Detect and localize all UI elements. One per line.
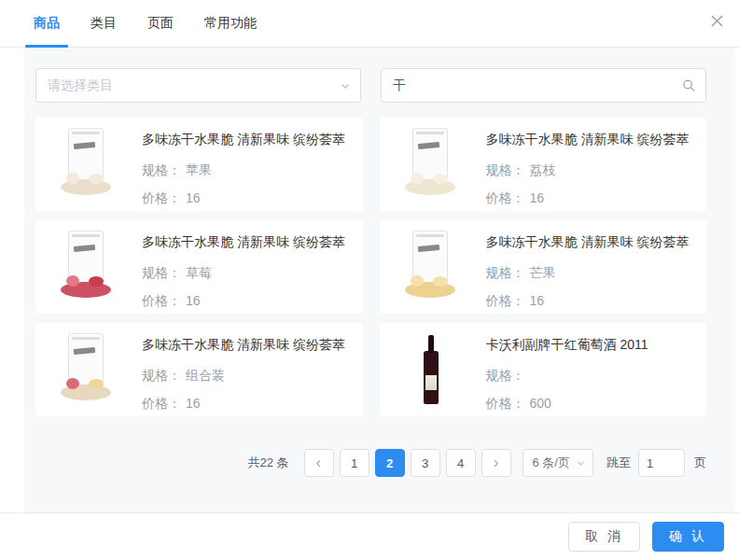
spec-value: 苹果 — [186, 162, 212, 177]
product-price: 价格：16 — [486, 190, 698, 207]
price-label: 价格： — [142, 396, 181, 411]
page-unit-label: 页 — [694, 455, 706, 471]
fruit-pile-graphic — [61, 385, 111, 400]
spec-label: 规格： — [486, 265, 525, 280]
pagination-total: 共22 条 — [247, 455, 288, 471]
category-select-placeholder: 请选择类目 — [48, 77, 113, 94]
chevron-down-icon — [576, 458, 586, 469]
tab-pages[interactable]: 页面 — [139, 0, 182, 47]
search-icon[interactable] — [682, 78, 696, 92]
product-spec: 规格：苹果 — [142, 162, 354, 179]
product-spec: 规格：草莓 — [142, 265, 354, 282]
price-value: 16 — [530, 293, 545, 308]
tab-categories[interactable]: 类目 — [82, 0, 125, 47]
product-price: 价格：600 — [486, 396, 698, 413]
tab-bar: 商品 类目 页面 常用功能 — [25, 0, 279, 47]
product-title: 多味冻干水果脆 清新果味 缤纷荟萃 — [486, 131, 698, 147]
spec-label: 规格： — [142, 162, 181, 177]
fruit-pile-graphic — [61, 282, 111, 298]
page-size-select[interactable]: 6 条/页 — [523, 449, 593, 477]
price-value: 600 — [530, 396, 551, 411]
pagination-page-3[interactable]: 3 — [411, 449, 440, 477]
product-grid: 多味冻干水果脆 清新果味 缤纷荟萃 规格：苹果 价格：16 多味冻干水果脆 清新… — [35, 118, 706, 416]
category-select[interactable]: 请选择类目 — [35, 68, 361, 103]
product-info: 多味冻干水果脆 清新果味 缤纷荟萃 规格：草莓 价格：16 — [142, 228, 354, 306]
tab-products[interactable]: 商品 — [25, 0, 68, 47]
product-title: 多味冻干水果脆 清新果味 缤纷荟萃 — [486, 233, 698, 250]
spec-label: 规格： — [142, 368, 181, 383]
product-price: 价格：16 — [142, 190, 354, 207]
jump-to-page-input[interactable] — [638, 449, 685, 477]
filter-row: 请选择类目 — [35, 68, 706, 103]
product-price: 价格：16 — [142, 396, 354, 413]
product-card[interactable]: 多味冻干水果脆 清新果味 缤纷荟萃 规格：苹果 价格：16 — [35, 118, 363, 211]
jump-to-label: 跳至 — [607, 455, 631, 471]
pagination-page-1[interactable]: 1 — [340, 449, 370, 477]
product-title: 多味冻干水果脆 清新果味 缤纷荟萃 — [142, 336, 354, 353]
product-picker-modal: 商品 类目 页面 常用功能 请选择类目 — [0, 0, 739, 560]
page-size-value: 6 条/页 — [533, 455, 570, 471]
product-spec: 规格：组合装 — [142, 368, 354, 385]
spec-label: 规格： — [486, 368, 525, 383]
price-label: 价格： — [486, 293, 525, 308]
fruit-pile-graphic — [61, 179, 111, 195]
product-title: 卡沃利副牌干红葡萄酒 2011 — [486, 336, 698, 353]
search-box — [381, 68, 706, 103]
product-price: 价格：16 — [142, 293, 354, 310]
tab-common-functions[interactable]: 常用功能 — [196, 0, 265, 47]
modal-header: 商品 类目 页面 常用功能 — [0, 0, 739, 48]
spec-label: 规格： — [486, 162, 525, 177]
price-value: 16 — [186, 190, 201, 205]
chevron-down-icon — [340, 80, 351, 91]
product-info: 多味冻干水果脆 清新果味 缤纷荟萃 规格：组合装 价格：16 — [142, 330, 354, 409]
product-image — [45, 330, 129, 409]
content-panel: 请选择类目 — [24, 48, 735, 512]
chevron-left-icon — [314, 458, 324, 469]
chevron-right-icon — [491, 458, 501, 469]
price-label: 价格： — [142, 293, 181, 308]
product-card[interactable]: 多味冻干水果脆 清新果味 缤纷荟萃 规格：组合装 价格：16 — [35, 323, 363, 416]
spec-value: 芒果 — [530, 265, 556, 280]
spec-label: 规格： — [142, 265, 181, 280]
price-label: 价格： — [142, 190, 181, 205]
product-card[interactable]: 多味冻干水果脆 清新果味 缤纷荟萃 规格：草莓 价格：16 — [35, 220, 363, 314]
product-image — [389, 330, 473, 409]
product-card[interactable]: 多味冻干水果脆 清新果味 缤纷荟萃 规格：荔枝 价格：16 — [380, 118, 707, 211]
product-image — [389, 125, 473, 203]
pagination-page-4[interactable]: 4 — [446, 449, 476, 477]
product-info: 多味冻干水果脆 清新果味 缤纷荟萃 规格：芒果 价格：16 — [486, 228, 698, 306]
fruit-pile-graphic — [405, 179, 455, 195]
price-value: 16 — [530, 190, 545, 205]
confirm-button[interactable]: 确 认 — [652, 522, 724, 552]
product-price: 价格：16 — [486, 293, 698, 310]
product-card[interactable]: 卡沃利副牌干红葡萄酒 2011 规格： 价格：600 — [380, 323, 707, 416]
spec-value: 荔枝 — [530, 162, 556, 177]
product-image — [45, 228, 129, 306]
spec-value: 草莓 — [186, 265, 212, 280]
product-spec: 规格：芒果 — [486, 265, 698, 282]
product-info: 多味冻干水果脆 清新果味 缤纷荟萃 规格：荔枝 价格：16 — [486, 125, 698, 203]
product-title: 多味冻干水果脆 清新果味 缤纷荟萃 — [142, 233, 354, 250]
pagination-prev-button[interactable] — [304, 449, 334, 477]
fruit-pile-graphic — [405, 282, 455, 298]
pagination-page-2-active[interactable]: 2 — [375, 449, 405, 477]
modal-footer: 取 消 确 认 — [0, 512, 739, 560]
close-icon[interactable] — [705, 9, 728, 32]
price-value: 16 — [186, 293, 201, 308]
price-value: 16 — [186, 396, 201, 411]
cancel-button[interactable]: 取 消 — [568, 522, 640, 552]
pagination: 共22 条 1 2 3 4 6 条/页 跳至 — [35, 449, 706, 477]
product-info: 卡沃利副牌干红葡萄酒 2011 规格： 价格：600 — [486, 330, 698, 409]
product-card[interactable]: 多味冻干水果脆 清新果味 缤纷荟萃 规格：芒果 价格：16 — [380, 220, 707, 314]
product-image — [45, 125, 129, 203]
product-title: 多味冻干水果脆 清新果味 缤纷荟萃 — [142, 131, 354, 147]
product-info: 多味冻干水果脆 清新果味 缤纷荟萃 规格：苹果 价格：16 — [142, 125, 354, 203]
spec-value: 组合装 — [186, 368, 225, 383]
product-image — [389, 228, 473, 306]
search-input[interactable] — [393, 78, 694, 93]
product-spec: 规格： — [486, 368, 698, 385]
product-spec: 规格：荔枝 — [486, 162, 698, 179]
pagination-next-button[interactable] — [481, 449, 511, 477]
price-label: 价格： — [486, 396, 525, 411]
price-label: 价格： — [486, 190, 525, 205]
